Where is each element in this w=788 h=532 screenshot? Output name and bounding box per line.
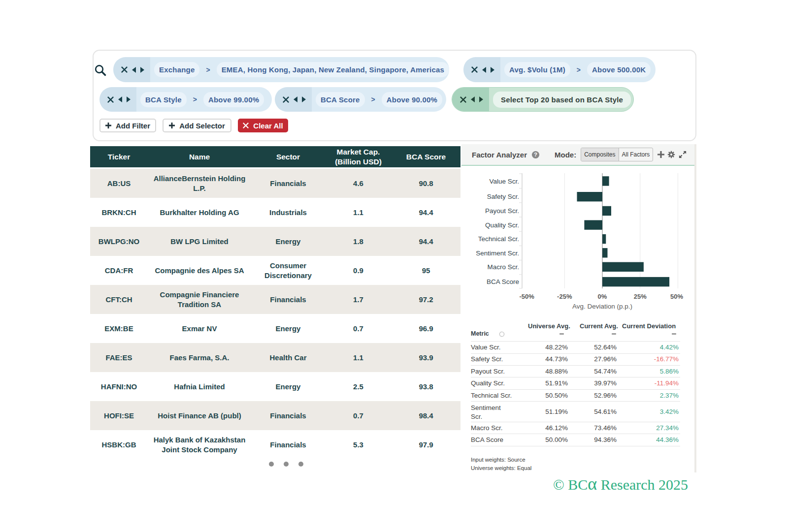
svg-text:0%: 0% — [598, 293, 607, 300]
svg-text:50%: 50% — [670, 293, 683, 300]
svg-text:-50%: -50% — [519, 293, 534, 300]
svg-text:25%: 25% — [634, 293, 647, 300]
svg-text:Technical Scr.: Technical Scr. — [478, 235, 519, 243]
svg-text:Macro Scr.: Macro Scr. — [487, 263, 519, 271]
svg-text:Safety Scr.: Safety Scr. — [487, 193, 519, 200]
svg-text:-25%: -25% — [557, 293, 572, 300]
svg-text:Avg. Deviation (p.p.): Avg. Deviation (p.p.) — [572, 303, 632, 310]
svg-text:Payout Scr.: Payout Scr. — [485, 207, 519, 215]
svg-text:Sentiment Scr.: Sentiment Scr. — [476, 250, 519, 257]
svg-text:Value Scr.: Value Scr. — [489, 178, 519, 185]
svg-text:Quality Scr.: Quality Scr. — [485, 221, 519, 229]
svg-text:?: ? — [534, 152, 537, 157]
svg-text:BCA Score: BCA Score — [487, 278, 519, 285]
